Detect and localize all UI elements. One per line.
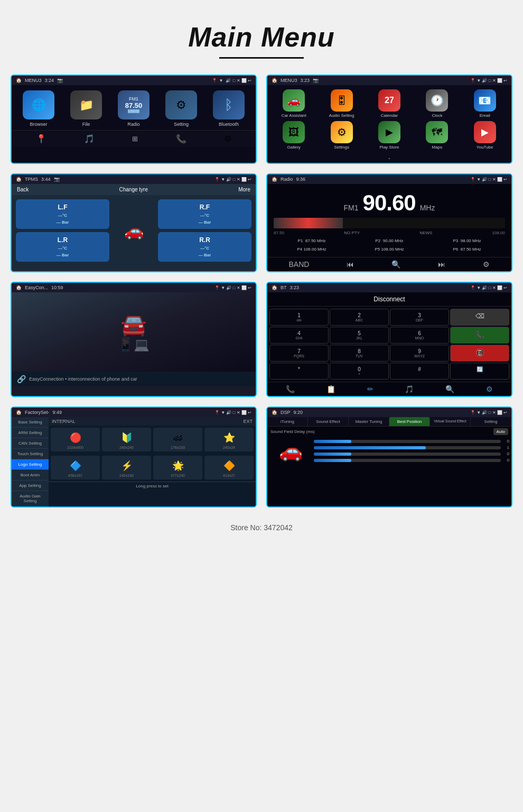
nav-app-setting[interactable]: App Setting: [12, 481, 49, 491]
file-icon[interactable]: 📁: [70, 90, 102, 119]
email-icon[interactable]: 📧: [474, 89, 496, 112]
app-clock[interactable]: 🕐 Clock: [415, 89, 459, 118]
home-icon[interactable]: 🏠: [16, 78, 22, 83]
tab-ituning[interactable]: iTuning: [267, 417, 308, 426]
preset-p5[interactable]: P5 108.00 MHz: [351, 246, 427, 253]
bt-contacts-icon[interactable]: 📋: [326, 385, 335, 393]
dsp-slider-bar-1[interactable]: [314, 440, 501, 443]
nav-audio-gain[interactable]: Audio Gain Setting: [12, 491, 49, 506]
bt-search-icon[interactable]: 🔍: [445, 385, 454, 393]
bluetooth-icon[interactable]: ᛒ: [213, 90, 245, 119]
key-star[interactable]: *: [269, 363, 329, 380]
preset-p6[interactable]: P6 87.50 MHz: [429, 246, 505, 253]
logo-3[interactable]: 🏎 176x233: [153, 428, 202, 451]
play-store-icon[interactable]: ▶: [378, 121, 400, 143]
radio-item[interactable]: FM187.50▓▓▓▓▓ Radio: [118, 90, 150, 127]
browser-item[interactable]: 🌐 Browser: [23, 90, 54, 127]
preset-p4[interactable]: P4 106.00 MHz: [274, 246, 350, 253]
maps-bottom-icon[interactable]: 📍: [36, 134, 46, 144]
bt-call-icon[interactable]: 📞: [286, 385, 295, 393]
nav-logo-setting[interactable]: Logo Setting: [12, 459, 49, 470]
app-gallery[interactable]: 🖼 Gallery: [272, 121, 316, 150]
app-maps[interactable]: 🗺 Maps: [415, 121, 459, 150]
clock-icon[interactable]: 🕐: [426, 89, 448, 112]
tab-virtual-sound[interactable]: Virtual Sound Effect: [430, 417, 471, 426]
logo-1[interactable]: 🔴 1024x600: [51, 428, 100, 451]
key-9[interactable]: 9WXYZ: [390, 345, 449, 362]
tab-setting[interactable]: Setting: [471, 417, 511, 426]
tab-sound-effect[interactable]: Sound Effect: [308, 417, 349, 426]
preset-p3[interactable]: P3 98.00 MHz: [429, 237, 505, 244]
tpms-back-btn[interactable]: Back: [17, 187, 29, 192]
key-del[interactable]: ⌫: [450, 309, 509, 326]
band-btn[interactable]: BAND: [289, 260, 310, 269]
logo-2[interactable]: 🔰 240x240: [102, 428, 151, 451]
browser-icon[interactable]: 🌐: [23, 90, 54, 119]
app-play-store[interactable]: ▶ Play Store: [367, 121, 412, 150]
home-icon-7[interactable]: 🏠: [16, 410, 22, 415]
car-assistant-icon[interactable]: 🚗: [283, 89, 305, 112]
key-end[interactable]: 📵: [450, 345, 509, 362]
nav-arm-setting[interactable]: ARM Setting: [12, 428, 49, 438]
home-icon-6[interactable]: 🏠: [272, 285, 277, 290]
dsp-slider-bar-4[interactable]: [314, 459, 501, 462]
app-email[interactable]: 📧 Email: [463, 89, 507, 118]
nav-base-setting[interactable]: Base Setting: [12, 417, 49, 428]
key-8[interactable]: 8TUV: [330, 345, 389, 362]
maps-icon[interactable]: 🗺: [426, 121, 448, 143]
home-icon-5[interactable]: 🏠: [16, 285, 22, 290]
preset-p2[interactable]: P2 90.00 MHz: [351, 237, 427, 244]
logo-5[interactable]: 🔷 458x167: [51, 456, 100, 479]
nav-boot-anim[interactable]: Boot Anim: [12, 470, 49, 481]
nav-touch-setting[interactable]: Touch Setting: [12, 449, 49, 459]
setting-item[interactable]: ⚙ Setting: [165, 90, 197, 127]
logo-4[interactable]: ⭐ 240x24: [204, 428, 254, 451]
eq-btn[interactable]: ⚙: [483, 260, 490, 269]
radio-icon[interactable]: FM187.50▓▓▓▓▓: [118, 90, 150, 119]
dsp-slider-bar-3[interactable]: [314, 453, 501, 456]
preset-p1[interactable]: P1 87.50 MHz: [274, 237, 350, 244]
app-audio-setting[interactable]: 🎛 Audio Setting: [319, 89, 363, 118]
home-icon-2[interactable]: 🏠: [272, 78, 277, 83]
key-4[interactable]: 4GHI: [269, 327, 329, 344]
bt-edit-icon[interactable]: ✏: [367, 385, 373, 393]
dsp-slider-bar-2[interactable]: [314, 446, 501, 449]
key-5[interactable]: 5JKL: [330, 327, 389, 344]
app-car-assistant[interactable]: 🚗 Car Assistant: [272, 89, 316, 118]
settings-bottom-icon[interactable]: ⚙: [224, 134, 231, 144]
key-7[interactable]: 7PQRS: [269, 345, 329, 362]
next-btn[interactable]: ⏭: [438, 260, 445, 269]
tab-master-tuning[interactable]: Master Tuning: [349, 417, 389, 426]
audio-setting-icon[interactable]: 🎛: [331, 89, 353, 112]
key-call[interactable]: 📞: [450, 327, 509, 344]
bt-music-icon[interactable]: 🎵: [405, 385, 414, 393]
home-icon-4[interactable]: 🏠: [272, 177, 277, 182]
key-1[interactable]: 1olo: [269, 309, 329, 326]
logo-6[interactable]: ⚡ 240x240: [102, 456, 151, 479]
phone-bottom-icon[interactable]: 📞: [176, 134, 186, 144]
bluetooth-item[interactable]: ᛒ Bluetooth: [213, 90, 245, 127]
home-icon-8[interactable]: 🏠: [272, 410, 277, 415]
key-hash[interactable]: #: [390, 363, 449, 380]
app-calendar[interactable]: 27 Calendar: [367, 89, 412, 118]
home-icon-3[interactable]: 🏠: [16, 177, 22, 182]
logo-8[interactable]: 🔶 414x27: [204, 456, 254, 479]
settings-icon[interactable]: ⚙: [165, 90, 197, 119]
key-6[interactable]: 6MNO: [390, 327, 449, 344]
key-refresh[interactable]: 🔄: [450, 363, 509, 380]
key-2[interactable]: 2ABC: [330, 309, 389, 326]
music-bottom-icon[interactable]: 🎵: [84, 134, 95, 144]
tpms-more-btn[interactable]: More: [238, 187, 250, 192]
key-3[interactable]: 3DEF: [390, 309, 449, 326]
app-youtube[interactable]: ▶ YouTube: [463, 121, 507, 150]
logo-7[interactable]: 🌟 377x240: [153, 456, 202, 479]
app-settings[interactable]: ⚙ Settings: [319, 121, 363, 150]
search-btn[interactable]: 🔍: [391, 260, 400, 269]
nav-can-setting[interactable]: CAN Setting: [12, 438, 49, 449]
tab-best-position[interactable]: Best Position: [389, 417, 430, 426]
radio-tuner-bar[interactable]: [274, 218, 505, 228]
file-item[interactable]: 📁 File: [70, 90, 102, 127]
bt-settings-icon[interactable]: ⚙: [486, 385, 493, 393]
calendar-icon[interactable]: 27: [378, 89, 400, 112]
key-0[interactable]: 0+: [330, 363, 389, 380]
